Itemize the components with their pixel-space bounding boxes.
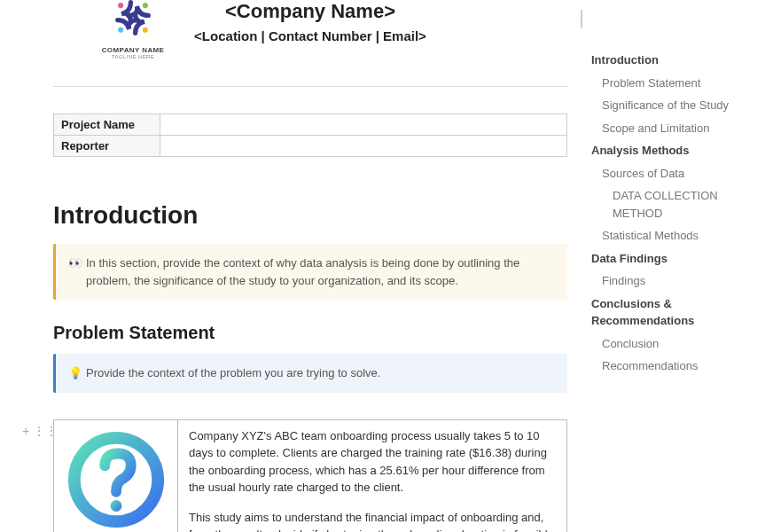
bulb-icon: 💡 — [68, 364, 86, 382]
drag-handle-icon[interactable]: ⋮⋮ — [33, 424, 58, 438]
meta-label: Project Name — [54, 114, 160, 136]
toc-item[interactable]: Data Findings — [591, 247, 755, 270]
question-mark-icon — [64, 427, 168, 532]
toc-item[interactable]: Significance of the Study — [591, 94, 755, 117]
toc-indicator-bar — [581, 10, 582, 27]
divider — [53, 86, 567, 87]
problem-statement-heading[interactable]: Problem Statement — [53, 323, 567, 343]
toc-item[interactable]: Statistical Methods — [591, 224, 755, 247]
problem-statement-callout[interactable]: 💡 Provide the context of the problem you… — [53, 354, 567, 393]
svg-point-5 — [110, 500, 121, 512]
toc-item[interactable]: Introduction — [591, 49, 755, 72]
content-block[interactable]: + ⋮⋮ Company XYZ's ABC team onboarding p… — [53, 419, 567, 533]
toc-item[interactable]: Conclusions & Recommendations — [591, 293, 755, 332]
content-text-cell[interactable]: Company XYZ's ABC team onboarding proces… — [178, 420, 566, 533]
svg-point-2 — [143, 27, 148, 33]
meta-value[interactable] — [160, 114, 567, 136]
logo-company-text: COMPANY NAME — [98, 46, 168, 54]
logo-tagline: TAGLINE HERE — [98, 54, 168, 59]
body-paragraph-1: Company XYZ's ABC team onboarding proces… — [189, 427, 556, 497]
table-of-contents: IntroductionProblem StatementSignificanc… — [591, 49, 755, 378]
toc-item[interactable]: Analysis Methods — [591, 139, 755, 162]
toc-item[interactable]: DATA COLLECTION METHOD — [591, 184, 755, 224]
meta-row: Reporter — [54, 136, 567, 157]
toc-item[interactable]: Sources of Data — [591, 162, 755, 185]
eyes-icon: 👀 — [68, 254, 86, 289]
introduction-callout[interactable]: 👀 In this section, provide the context o… — [53, 244, 567, 300]
company-logo: COMPANY NAME TAGLINE HERE — [98, 0, 168, 59]
svg-point-3 — [118, 27, 123, 33]
toc-item[interactable]: Scope and Limitation — [591, 117, 755, 140]
image-cell[interactable] — [54, 420, 178, 533]
svg-point-0 — [118, 3, 123, 8]
meta-label: Reporter — [54, 136, 160, 157]
meta-row: Project Name — [54, 114, 567, 136]
body-paragraph-2: This study aims to understand the financ… — [189, 509, 556, 533]
document-header: COMPANY NAME TAGLINE HERE <Company Name>… — [53, 0, 567, 43]
logo-icon — [110, 0, 156, 41]
meta-value[interactable] — [160, 136, 567, 157]
block-handles[interactable]: + ⋮⋮ — [22, 424, 58, 438]
introduction-heading[interactable]: Introduction — [53, 201, 567, 230]
toc-item[interactable]: Recommendations — [591, 355, 755, 378]
toc-item[interactable]: Findings — [591, 270, 755, 293]
problem-statement-callout-text: Provide the context of the problem you a… — [86, 364, 555, 382]
introduction-callout-text: In this section, provide the context of … — [86, 254, 555, 289]
toc-item[interactable]: Conclusion — [591, 332, 755, 356]
toc-item[interactable]: Problem Statement — [591, 72, 755, 95]
meta-table: Project NameReporter — [53, 113, 567, 157]
add-block-icon[interactable]: + — [22, 424, 29, 438]
svg-point-1 — [143, 3, 148, 8]
document-main: COMPANY NAME TAGLINE HERE <Company Name>… — [53, 0, 567, 532]
